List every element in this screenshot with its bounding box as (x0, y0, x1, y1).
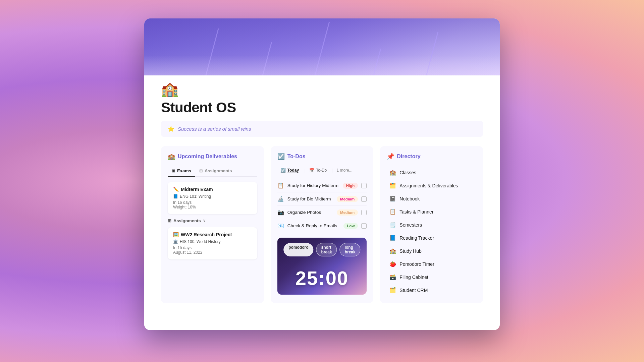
assignment-emoji-0: 🖼️ (173, 232, 179, 237)
assignments-tab[interactable]: ⊞ Assignments (195, 166, 236, 177)
assignment-days-0: In 15 days (173, 245, 252, 250)
assignments-subtitle: ⊞ Assignments ∨ (168, 218, 257, 223)
exams-tab-icon: ⊞ (172, 169, 175, 173)
today-tab-label: Today (287, 168, 299, 173)
directory-header-emoji: 📌 (387, 153, 394, 160)
more-tab[interactable]: 1 more... (334, 166, 355, 174)
todo-checkbox-3[interactable] (361, 223, 367, 229)
dir-item-semesters[interactable]: 🗒️ Semesters (387, 219, 476, 231)
exam-weight-0: Weight: 10% (173, 205, 252, 209)
dir-emoji-filing: 🗃️ (389, 274, 396, 280)
pomodoro-tabs: pomodoro short break long break (283, 243, 360, 256)
directory-header-title: Directory (397, 154, 420, 160)
todo-text-2: Organize Photos (287, 210, 333, 215)
todo-text-3: Check & Reply to Emails (287, 223, 340, 228)
directory-list: 🏫 Classes 🗂️ Assignments & Deliverables … (387, 166, 476, 296)
dir-item-assignments[interactable]: 🗂️ Assignments & Deliverables (387, 179, 476, 192)
page-title: Student OS (161, 100, 483, 116)
page-header: 🏫 (144, 75, 500, 100)
quote-text: Success is a series of small wins (178, 126, 251, 132)
upcoming-header-title: Upcoming Deliverables (178, 154, 237, 160)
exam-name-0: ✏️ Midterm Exam (173, 187, 252, 192)
pomodoro-tab-pomodoro[interactable]: pomodoro (283, 243, 313, 256)
dir-label-crm: Student CRM (399, 288, 428, 293)
dir-emoji-assignments: 🗂️ (389, 182, 396, 189)
tab-sep-1: | (304, 168, 305, 173)
priority-badge-0: High (343, 183, 358, 189)
todo-emoji-2: 📷 (277, 209, 284, 216)
dir-item-tasks[interactable]: 📋 Tasks & Planner (387, 205, 476, 218)
assignments-chevron: ∨ (203, 219, 206, 223)
upcoming-header: 🏫 Upcoming Deliverables (168, 153, 257, 160)
assignment-card-0[interactable]: 🖼️ WW2 Research Project 🏛️ HIS 100: Worl… (168, 227, 257, 259)
exams-tab[interactable]: ⊞ Exams (168, 166, 195, 177)
pomodoro-card: pomodoro short break long break 25:00 (277, 238, 367, 295)
page-title-section: Student OS (144, 100, 500, 121)
todo-checkbox-0[interactable] (361, 183, 367, 188)
dir-label-semesters: Semesters (399, 222, 422, 228)
todo-tab-icon: 📅 (309, 168, 314, 173)
dir-emoji-tasks: 📋 (389, 208, 396, 215)
exam-emoji-0: ✏️ (173, 187, 179, 192)
directory-header: 📌 Directory (387, 153, 476, 160)
todos-panel: ☑️ To-Dos ☑️ Today | 📅 To-Do | 1 more.. (271, 146, 374, 303)
assignments-tab-label: Assignments (205, 168, 232, 173)
directory-panel: 📌 Directory 🏫 Classes 🗂️ Assignments & D… (380, 146, 483, 303)
dir-label-tasks: Tasks & Planner (399, 209, 433, 215)
dir-item-crm[interactable]: 🗂️ Student CRM (387, 284, 476, 296)
main-grid: 🏫 Upcoming Deliverables ⊞ Exams ⊞ Assign… (144, 146, 500, 313)
dir-emoji-studyhub: 🏫 (389, 248, 396, 254)
dir-label-filing: Filing Cabinet (399, 275, 428, 280)
dir-emoji-crm: 🗂️ (389, 287, 396, 293)
todos-header: ☑️ To-Dos (277, 153, 367, 160)
todo-emoji-0: 📋 (277, 182, 284, 189)
todos-header-title: To-Dos (287, 154, 306, 160)
todo-tab-label: To-Do (316, 168, 327, 173)
school-emoji: 🏫 (161, 82, 178, 96)
todo-item-3: 📧 Check & Reply to Emails Low (277, 219, 367, 232)
upcoming-header-emoji: 🏫 (168, 153, 175, 160)
todo-tab[interactable]: 📅 To-Do (306, 166, 330, 174)
app-window: 🏫 Student OS ⭐ Success is a series of sm… (144, 18, 500, 330)
deliverables-tabs: ⊞ Exams ⊞ Assignments (168, 166, 257, 177)
quote-emoji: ⭐ (168, 126, 174, 132)
dir-emoji-semesters: 🗒️ (389, 222, 396, 228)
dir-label-pomodoro: Pomodoro Timer (399, 261, 434, 267)
dir-label-assignments: Assignments & Deliverables (399, 183, 458, 188)
todos-tabs: ☑️ Today | 📅 To-Do | 1 more... (277, 166, 367, 174)
dir-item-classes[interactable]: 🏫 Classes (387, 166, 476, 179)
dir-item-notebook[interactable]: 📓 Notebook (387, 192, 476, 205)
dir-label-studyhub: Study Hub (399, 248, 421, 254)
dir-item-studyhub[interactable]: 🏫 Study Hub (387, 245, 476, 257)
dir-label-reading: Reading Tracker (399, 235, 434, 241)
assignments-tab-icon: ⊞ (199, 169, 203, 173)
upcoming-deliverables-panel: 🏫 Upcoming Deliverables ⊞ Exams ⊞ Assign… (161, 146, 264, 303)
todo-text-1: Study for Bio Midterm (287, 196, 333, 201)
assignment-date-0: August 11, 2022 (173, 250, 252, 255)
dir-emoji-classes: 🏫 (389, 169, 396, 176)
hero-glow (144, 55, 500, 75)
todo-checkbox-2[interactable] (361, 210, 367, 215)
todo-list: 📋 Study for History Midterm High 🔬 Study… (277, 179, 367, 232)
today-tab[interactable]: ☑️ Today (277, 166, 302, 174)
today-tab-icon: ☑️ (281, 168, 286, 173)
dir-label-notebook: Notebook (399, 196, 420, 201)
dir-item-pomodoro[interactable]: 🍅 Pomodoro Timer (387, 258, 476, 270)
dir-item-filing[interactable]: 🗃️ Filing Cabinet (387, 271, 476, 283)
exam-card-0[interactable]: ✏️ Midterm Exam 📘 ENG 101: Writing In 16… (168, 182, 257, 214)
dir-emoji-notebook: 📓 (389, 195, 396, 202)
assignment-course-emoji-0: 🏛️ (173, 239, 178, 244)
todo-item-1: 🔬 Study for Bio Midterm Medium (277, 192, 367, 206)
page-content: 🏫 Student OS ⭐ Success is a series of sm… (144, 75, 500, 330)
todo-checkbox-1[interactable] (361, 196, 367, 202)
pomodoro-tab-short[interactable]: short break (316, 243, 337, 256)
pomodoro-tab-long[interactable]: long break (340, 243, 361, 256)
assignment-name-0: 🖼️ WW2 Research Project (173, 232, 252, 237)
todo-text-0: Study for History Midterm (287, 183, 339, 188)
priority-badge-2: Medium (337, 209, 358, 216)
exam-course-0: 📘 ENG 101: Writing (173, 194, 252, 199)
dir-emoji-pomodoro: 🍅 (389, 261, 396, 267)
todo-emoji-1: 🔬 (277, 196, 284, 202)
priority-badge-1: Medium (337, 196, 358, 202)
dir-item-reading[interactable]: 📘 Reading Tracker (387, 232, 476, 244)
